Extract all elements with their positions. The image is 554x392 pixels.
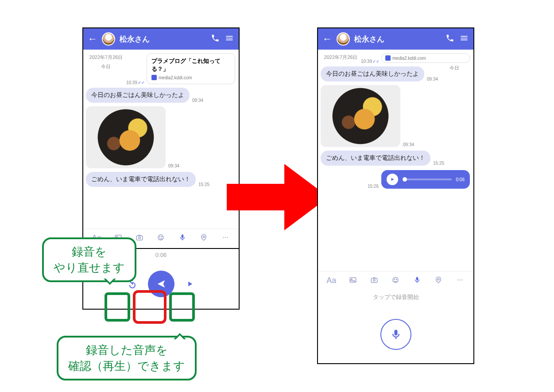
svg-point-6: [162, 237, 163, 237]
incoming-train-row: ごめん、いま電車で電話出れない！ 15:25: [321, 151, 444, 166]
chat-header: ← 松永さん: [83, 28, 239, 50]
location-pin-icon[interactable]: [433, 276, 444, 286]
voice-duration: 0:06: [456, 177, 465, 182]
svg-point-15: [373, 279, 376, 282]
gallery-icon[interactable]: [348, 276, 358, 286]
svg-marker-11: [227, 164, 329, 230]
incoming-text-row: 今日のお昼ごはん美味しかったよ 09:34: [86, 88, 203, 103]
message-bubble[interactable]: 今日のお昼ごはん美味しかったよ: [86, 88, 190, 103]
svg-point-22: [461, 279, 462, 280]
svg-point-19: [438, 279, 439, 280]
callout-text-line1: 録音した音声を: [86, 343, 168, 357]
svg-point-5: [159, 237, 160, 237]
svg-rect-2: [136, 236, 143, 240]
svg-point-20: [457, 279, 458, 280]
svg-point-9: [225, 237, 226, 238]
location-pin-icon[interactable]: [198, 233, 209, 244]
favicon-icon: [151, 75, 157, 80]
voice-time: 15:26: [368, 184, 379, 189]
svg-point-3: [139, 237, 141, 239]
preview-recording-button[interactable]: [180, 274, 200, 294]
incoming-text-row: 今日のお昼ごはん美味しかったよ 09:34: [321, 66, 438, 82]
link-time: 10:39✓✓: [361, 59, 380, 64]
camera-icon[interactable]: [134, 233, 145, 244]
svg-point-18: [396, 279, 397, 280]
link-preview-card[interactable]: media2.kddi.com: [381, 53, 470, 63]
photo-time: 09:34: [403, 142, 414, 147]
link-preview-card[interactable]: プラメブログ「これ知ってる？」 media2.kddi.com: [147, 53, 235, 84]
favicon-icon: [385, 55, 391, 61]
record-start-panel: タップで録音開始: [318, 291, 473, 363]
food-photo[interactable]: [86, 106, 166, 168]
sent-voice-row: 15:26 0:06: [368, 170, 470, 189]
hamburger-icon[interactable]: [459, 34, 469, 45]
photo-time: 09:34: [168, 163, 179, 168]
link-time: 10:39✓✓: [126, 80, 145, 85]
svg-rect-14: [371, 278, 377, 283]
callout-text-line1: 録音を: [72, 245, 107, 258]
more-dots-icon[interactable]: [455, 276, 465, 286]
transition-arrow-icon: [227, 164, 329, 230]
sent-link-row: 10:39✓✓ プラメブログ「これ知ってる？」 media2.kddi.com: [126, 52, 236, 85]
microphone-icon[interactable]: [177, 233, 188, 244]
callout-undo: 録音を やり直せます: [42, 237, 136, 282]
emoji-icon[interactable]: [390, 276, 401, 286]
record-start-button[interactable]: [380, 319, 411, 350]
phone-screenshot-left: ← 松永さん 10:39✓✓ プラメブログ「これ知ってる？」 media2.kd…: [82, 27, 240, 249]
food-photo[interactable]: [321, 85, 400, 147]
incoming-photo-row: 09:34: [86, 106, 179, 168]
phone-screenshot-right: ← 松永さん 10:39✓✓ media2.kddi.com 2022年7月26…: [317, 27, 474, 364]
svg-point-7: [203, 236, 205, 238]
back-arrow-icon[interactable]: ←: [88, 33, 97, 45]
chat-scroll-area[interactable]: 10:39✓✓ プラメブログ「これ知ってる？」 media2.kddi.com …: [83, 50, 239, 229]
link-url: media2.kddi.com: [385, 55, 466, 61]
avatar[interactable]: [337, 32, 350, 46]
callout-preview: 録音した音声を 確認（再生）できます: [57, 336, 197, 380]
svg-point-21: [460, 279, 461, 280]
play-icon[interactable]: [387, 174, 398, 185]
back-arrow-icon[interactable]: ←: [322, 33, 332, 45]
sent-link-row: 10:39✓✓ media2.kddi.com: [361, 52, 471, 64]
msg-time: 09:34: [192, 98, 203, 103]
phone-icon[interactable]: [445, 34, 455, 45]
camera-icon[interactable]: [369, 276, 380, 286]
msg-time: 09:34: [427, 77, 438, 82]
hamburger-icon[interactable]: [225, 34, 234, 45]
more-dots-icon[interactable]: [220, 233, 231, 244]
avatar[interactable]: [102, 32, 115, 46]
text-format-icon[interactable]: Aa: [326, 276, 337, 286]
incoming-train-row: ごめん、いま電車で電話出れない！ 15:25: [86, 172, 209, 187]
read-checks-icon: ✓✓: [138, 80, 145, 85]
msg-time: 15:25: [433, 161, 444, 166]
phone-icon[interactable]: [210, 34, 220, 45]
chat-header: ← 松永さん: [318, 28, 473, 50]
voice-message-bubble[interactable]: 0:06: [381, 170, 470, 189]
message-bubble[interactable]: ごめん、いま電車で電話出れない！: [86, 172, 196, 187]
highlight-send: [133, 290, 167, 324]
emoji-icon[interactable]: [155, 233, 166, 244]
highlight-preview: [169, 292, 195, 322]
svg-point-8: [223, 237, 224, 238]
microphone-icon[interactable]: [412, 276, 422, 286]
read-checks-icon: ✓✓: [372, 59, 380, 64]
message-bubble[interactable]: ごめん、いま電車で電話出れない！: [321, 151, 430, 166]
highlight-undo: [105, 292, 130, 322]
msg-time: 15:25: [198, 182, 209, 187]
voice-progress-track[interactable]: [403, 179, 452, 180]
record-hint: タップで録音開始: [318, 293, 473, 301]
svg-point-10: [227, 237, 228, 238]
callout-text-line2: やり直せます: [54, 261, 125, 274]
link-title: プラメブログ「これ知ってる？」: [151, 57, 230, 73]
svg-point-17: [394, 279, 395, 280]
link-url: media2.kddi.com: [151, 75, 230, 80]
callout-text-line2: 確認（再生）できます: [68, 359, 185, 373]
contact-name[interactable]: 松永さん: [354, 34, 441, 44]
incoming-photo-row: 09:34: [321, 85, 414, 147]
input-toolbar: Aa: [318, 271, 473, 291]
chat-scroll-area[interactable]: 10:39✓✓ media2.kddi.com 2022年7月26日 今日のお昼…: [318, 50, 473, 271]
contact-name[interactable]: 松永さん: [120, 34, 206, 44]
message-bubble[interactable]: 今日のお昼ごはん美味しかったよ: [321, 66, 424, 82]
